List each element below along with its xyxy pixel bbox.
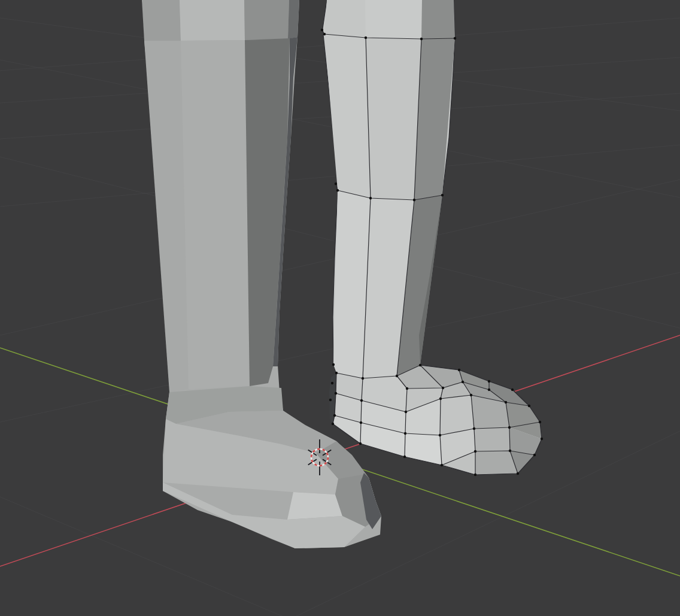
mesh-face [288, 0, 299, 39]
mesh-vertex[interactable] [488, 389, 490, 391]
mesh-face [287, 492, 342, 520]
mesh-face [474, 427, 510, 451]
mesh-vertex[interactable] [470, 394, 472, 396]
mesh-vertex[interactable] [509, 450, 511, 452]
mesh-vertex[interactable] [508, 426, 511, 429]
mesh-vertex[interactable] [511, 389, 514, 391]
mesh-vertex[interactable] [473, 427, 475, 430]
mesh-face [180, 0, 245, 41]
mesh-vertex[interactable] [359, 442, 362, 445]
mesh-vertex[interactable] [404, 432, 406, 435]
mesh-vertex[interactable] [329, 399, 332, 401]
mesh-face [365, 0, 422, 39]
mesh-vertex[interactable] [335, 392, 337, 395]
mesh-vertex[interactable] [413, 199, 415, 201]
mesh-face [440, 395, 474, 435]
mesh-vertex[interactable] [462, 381, 464, 383]
mesh-vertex[interactable] [541, 438, 543, 440]
mesh-vertex[interactable] [517, 472, 519, 475]
mesh-vertex[interactable] [505, 401, 507, 403]
mesh-vertex[interactable] [441, 464, 443, 466]
mesh-vertex[interactable] [323, 33, 326, 35]
mesh-vertex[interactable] [533, 454, 536, 456]
mesh-vertex[interactable] [332, 363, 335, 366]
viewport-canvas[interactable] [0, 0, 680, 616]
mesh-vertex[interactable] [332, 423, 334, 425]
mesh-vertex[interactable] [335, 183, 337, 185]
mesh-vertex[interactable] [369, 197, 372, 199]
mesh-vertex[interactable] [458, 369, 460, 371]
mesh-vertex[interactable] [403, 456, 406, 458]
mesh-vertex[interactable] [420, 38, 423, 40]
mesh-vertex[interactable] [333, 414, 336, 417]
mesh-vertex[interactable] [474, 474, 476, 476]
mesh-vertex[interactable] [488, 380, 490, 383]
mesh-face [421, 0, 455, 39]
mesh-vertex[interactable] [406, 387, 408, 390]
mesh-vertex[interactable] [528, 405, 530, 407]
mesh-vertex[interactable] [539, 421, 541, 423]
mesh-vertex[interactable] [331, 382, 333, 384]
mesh-vertex[interactable] [405, 411, 407, 413]
mesh-vertex[interactable] [474, 450, 476, 453]
mesh-vertex[interactable] [360, 399, 363, 402]
mesh-vertex[interactable] [335, 372, 338, 374]
mesh-vertex[interactable] [396, 375, 398, 377]
mesh-vertex[interactable] [439, 397, 442, 400]
mesh-vertex[interactable] [365, 37, 367, 39]
mesh-face [366, 38, 421, 200]
mesh-vertex[interactable] [336, 189, 339, 192]
mesh-vertex[interactable] [442, 387, 444, 389]
mesh-face [244, 0, 289, 40]
mesh-vertex[interactable] [441, 194, 444, 196]
mesh-face [181, 40, 250, 389]
mesh-vertex[interactable] [454, 37, 456, 40]
mesh-face [142, 0, 181, 41]
mesh-vertex[interactable] [360, 421, 362, 424]
mesh-vertex[interactable] [362, 377, 364, 380]
mesh-vertex[interactable] [419, 364, 421, 366]
mesh-face [324, 0, 366, 38]
mesh-vertex[interactable] [439, 434, 441, 436]
blender-3d-viewport[interactable] [0, 0, 680, 616]
mesh-vertex[interactable] [321, 29, 323, 31]
